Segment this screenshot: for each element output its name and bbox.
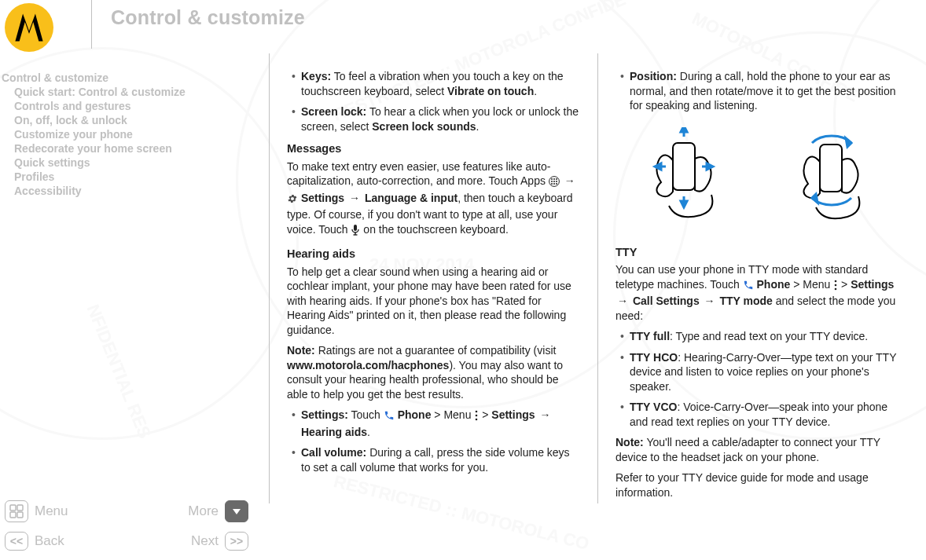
toc-item[interactable]: Quick settings <box>14 156 261 170</box>
svg-marker-24 <box>707 163 713 170</box>
toc-item[interactable]: Control & customize <box>2 71 261 85</box>
bullet-screen-lock: Screen lock: To hear a click when you lo… <box>287 104 580 134</box>
tty-paragraph: You can use your phone in TTY mode with … <box>615 262 909 323</box>
svg-point-6 <box>556 181 557 182</box>
menu-button[interactable]: Menu <box>5 500 68 522</box>
content-column-right: Position: During a call, hold the phone … <box>597 53 926 503</box>
messages-paragraph: To make text entry even easier, use feat… <box>287 159 580 240</box>
menu-label: Menu <box>35 503 68 519</box>
arrow-icon: → <box>349 191 360 206</box>
svg-point-9 <box>556 183 557 185</box>
more-button[interactable]: More <box>188 500 248 522</box>
content-column-left: Keys: To feel a vibration when you touch… <box>269 53 597 503</box>
more-label: More <box>188 503 219 519</box>
toc-item[interactable]: Accessibility <box>14 184 261 198</box>
tty-refer: Refer to your TTY device guide for mode … <box>615 470 909 500</box>
bullet-hearing-settings: Settings: Touch Phone > Menu > Settings … <box>287 408 580 439</box>
sidebar-toc: Control & customize Quick start: Control… <box>0 53 269 503</box>
toc-item[interactable]: Profiles <box>14 170 261 184</box>
apps-icon <box>549 176 560 191</box>
overflow-menu-icon <box>474 410 479 425</box>
motorola-logo <box>5 3 53 52</box>
bullet-position: Position: During a call, hold the phone … <box>615 69 909 113</box>
bullet-tty-hco: TTY HCO: Hearing-Carry-Over—type text on… <box>615 350 909 394</box>
svg-rect-32 <box>17 505 23 511</box>
svg-point-1 <box>551 178 553 180</box>
svg-rect-10 <box>354 225 357 231</box>
chevron-down-icon <box>225 500 248 522</box>
svg-point-4 <box>551 181 553 182</box>
bullet-call-volume: Call volume: During a call, press the si… <box>287 445 580 474</box>
overflow-menu-icon <box>833 280 838 295</box>
tty-heading: TTY <box>615 245 909 260</box>
chevron-right-icon: >> <box>225 532 248 551</box>
svg-rect-34 <box>17 512 23 518</box>
toc-item[interactable]: On, off, lock & unlock <box>14 113 261 127</box>
svg-marker-26 <box>846 138 851 147</box>
svg-point-3 <box>556 178 557 180</box>
position-illustration <box>615 119 909 237</box>
phone-icon <box>384 410 395 425</box>
arrow-icon: → <box>539 408 550 423</box>
svg-marker-35 <box>233 509 241 514</box>
tty-note: Note: You'll need a cable/adapter to con… <box>615 435 909 464</box>
bullet-keys: Keys: To feel a vibration when you touch… <box>287 69 580 98</box>
bullet-tty-vco: TTY VCO: Voice-Carry-Over—speak into you… <box>615 400 909 429</box>
toc-item[interactable]: Quick start: Control & customize <box>14 85 261 99</box>
messages-heading: Messages <box>287 141 580 156</box>
toc-item[interactable]: Redecorate your home screen <box>14 141 261 156</box>
svg-rect-16 <box>673 143 695 190</box>
back-label: Back <box>35 533 64 549</box>
toc-item[interactable]: Customize your phone <box>14 127 261 141</box>
navigation-footer: Menu More << Back >> Next <box>5 500 248 552</box>
mic-icon <box>351 225 360 240</box>
svg-rect-33 <box>10 512 16 518</box>
hearing-aids-paragraph: To help get a clear sound when using a h… <box>287 265 580 338</box>
hand-slide-illustration <box>626 123 751 233</box>
next-button[interactable]: >> Next <box>191 532 248 551</box>
arrow-icon: → <box>564 174 575 188</box>
toc-item[interactable]: Controls and gestures <box>14 99 261 113</box>
chevron-left-icon: << <box>5 532 28 551</box>
bullet-tty-full: TTY full: Type and read text on your TTY… <box>615 329 909 344</box>
svg-point-30 <box>835 287 837 290</box>
svg-marker-22 <box>655 163 661 170</box>
next-label: Next <box>191 533 219 549</box>
gear-icon <box>287 193 298 208</box>
svg-point-29 <box>835 284 837 286</box>
svg-point-14 <box>476 415 478 417</box>
page-title: Control & customize <box>111 6 926 29</box>
svg-point-28 <box>835 280 837 282</box>
arrow-icon: → <box>617 294 628 309</box>
hearing-aids-heading: Hearing aids <box>287 247 580 262</box>
hand-rotate-illustration <box>773 123 898 233</box>
svg-point-5 <box>553 181 555 182</box>
svg-rect-25 <box>820 145 842 192</box>
svg-marker-18 <box>681 127 687 132</box>
svg-point-2 <box>553 178 555 180</box>
svg-rect-31 <box>10 505 16 511</box>
back-button[interactable]: << Back <box>5 532 64 551</box>
svg-point-13 <box>476 411 478 413</box>
svg-point-15 <box>476 419 478 421</box>
menu-grid-icon <box>5 500 28 522</box>
hearing-aids-note: Note: Ratings are not a guarantee of com… <box>287 343 580 401</box>
svg-point-7 <box>551 183 553 185</box>
arrow-icon: → <box>704 294 715 309</box>
phone-icon <box>743 280 754 295</box>
svg-point-8 <box>553 183 555 185</box>
page-header: Control & customize <box>0 0 926 53</box>
